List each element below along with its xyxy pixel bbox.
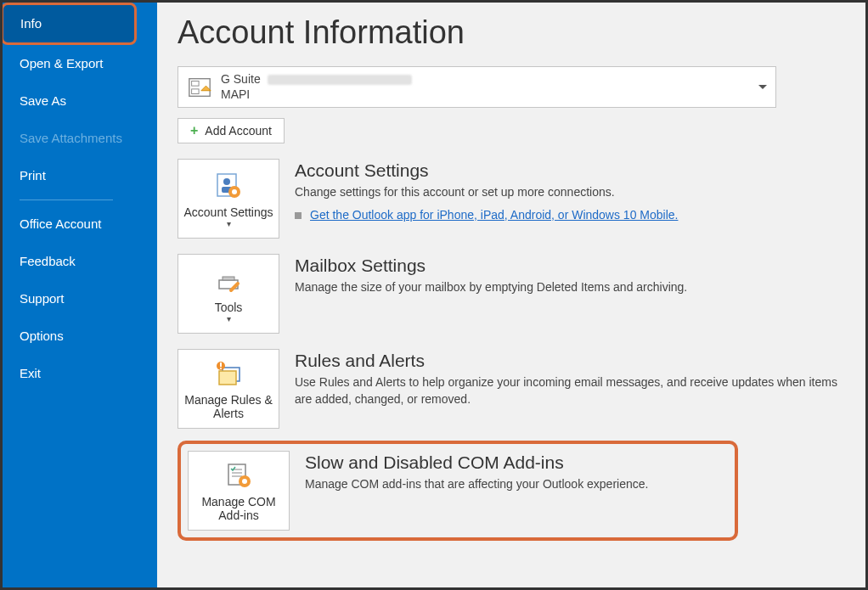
tile-label: Manage Rules & Alerts <box>183 393 273 420</box>
account-settings-icon <box>214 171 243 200</box>
bullet-icon <box>295 212 302 219</box>
account-email-redacted <box>268 75 412 85</box>
section-mailbox-settings: Tools ▾ Mailbox Settings Manage the size… <box>178 254 840 334</box>
sidebar-item-print[interactable]: Print <box>3 157 157 194</box>
section-desc: Manage COM add-ins that are affecting yo… <box>305 476 726 493</box>
account-selector[interactable]: G Suite MAPI <box>178 66 776 108</box>
plus-icon: + <box>190 123 198 138</box>
com-addins-icon <box>224 461 253 490</box>
tile-label: Tools <box>215 301 243 314</box>
rules-alerts-tile[interactable]: Manage Rules & Alerts <box>178 349 279 429</box>
rules-alerts-icon <box>212 359 245 388</box>
section-title: Rules and Alerts <box>295 351 840 371</box>
section-title: Account Settings <box>295 160 840 181</box>
tools-tile[interactable]: Tools ▾ <box>178 254 279 334</box>
section-title: Slow and Disabled COM Add-ins <box>305 452 726 473</box>
account-text: G Suite MAPI <box>221 72 412 102</box>
tile-label: Account Settings <box>183 205 273 219</box>
sidebar-divider <box>20 199 113 200</box>
sidebar-item-exit[interactable]: Exit <box>3 355 157 392</box>
svg-rect-2 <box>192 88 199 93</box>
backstage-sidebar: Info Open & Export Save As Save Attachme… <box>3 3 157 587</box>
section-title: Mailbox Settings <box>295 256 840 276</box>
svg-point-4 <box>223 178 230 185</box>
account-protocol: MAPI <box>221 87 412 103</box>
account-name: G Suite <box>221 72 261 87</box>
tile-label: Manage COM Add-ins <box>194 495 284 522</box>
section-account-settings: Account Settings ▾ Account Settings Chan… <box>178 159 840 239</box>
svg-point-20 <box>242 479 247 484</box>
section-desc: Change settings for this account or set … <box>295 184 840 201</box>
page-title: Account Information <box>178 14 840 51</box>
svg-rect-9 <box>223 277 234 280</box>
sidebar-item-office-account[interactable]: Office Account <box>3 205 157 243</box>
get-outlook-app-link[interactable]: Get the Outlook app for iPhone, iPad, An… <box>310 208 678 222</box>
section-desc: Use Rules and Alerts to help organize yo… <box>295 374 840 407</box>
account-settings-tile[interactable]: Account Settings ▾ <box>178 159 279 239</box>
svg-point-7 <box>232 189 237 194</box>
sidebar-item-open-export[interactable]: Open & Export <box>3 45 157 82</box>
chevron-down-icon: ▾ <box>227 314 231 323</box>
tools-icon <box>214 267 243 295</box>
svg-rect-1 <box>192 81 199 86</box>
mailbox-icon <box>187 75 212 100</box>
sidebar-item-support[interactable]: Support <box>3 280 157 317</box>
chevron-down-icon: ▾ <box>227 219 231 228</box>
chevron-down-icon <box>758 85 767 89</box>
sidebar-item-save-attachments: Save Attachments <box>3 120 157 157</box>
sidebar-item-save-as[interactable]: Save As <box>3 82 157 120</box>
sidebar-item-options[interactable]: Options <box>3 317 157 355</box>
sidebar-item-info[interactable]: Info <box>1 3 137 45</box>
main-content: Account Information G Suite MAPI <box>157 3 865 587</box>
highlighted-section: Manage COM Add-ins Slow and Disabled COM… <box>178 441 738 541</box>
add-account-label: Add Account <box>205 124 272 138</box>
section-rules-alerts: Manage Rules & Alerts Rules and Alerts U… <box>178 349 840 429</box>
manage-com-addins-tile[interactable]: Manage COM Add-ins <box>188 451 290 531</box>
svg-rect-11 <box>219 371 236 385</box>
svg-point-14 <box>220 368 222 369</box>
svg-rect-13 <box>220 362 222 367</box>
section-desc: Manage the size of your mailbox by empty… <box>295 279 840 296</box>
sidebar-item-feedback[interactable]: Feedback <box>3 243 157 280</box>
section-com-addins: Manage COM Add-ins Slow and Disabled COM… <box>189 451 726 531</box>
add-account-button[interactable]: + Add Account <box>178 118 285 143</box>
